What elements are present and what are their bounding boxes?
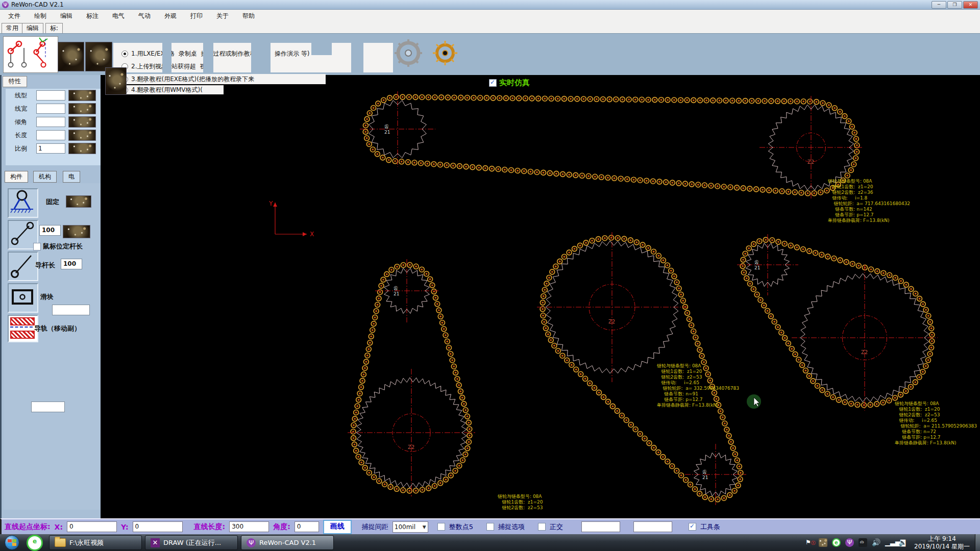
properties-box: 线型线宽倾角长度比例1	[6, 89, 101, 165]
toolbar-button-strip[interactable]	[311, 43, 332, 55]
toolbar-checkbox[interactable]	[689, 523, 696, 531]
menu-item-1[interactable]: 绘制	[34, 12, 46, 20]
realtime-simulation-toggle[interactable]: 实时仿真	[489, 78, 530, 88]
volume-icon[interactable]: 🔉	[898, 538, 907, 547]
record-option-1-label: 1.用LXE/EXE格 录制桌 操作过程或制作教程(包括 操作演示 等)	[131, 49, 309, 58]
clock-date: 2019/10/14 星期一	[914, 543, 970, 550]
mouse-fix-checkbox[interactable]	[33, 243, 41, 251]
property-value-input[interactable]: 1	[36, 143, 65, 154]
tab-electric[interactable]: 电	[63, 171, 80, 183]
menu-item-7[interactable]: 打印	[190, 12, 203, 20]
drawing-canvas[interactable]: 齿21Z2齿21Z2齿21Z2齿21Z2YX 实时仿真 链轮与链条型号: 08A…	[101, 75, 980, 518]
red-speaker-icon[interactable]: 🔊	[872, 538, 880, 547]
show-desktop-button[interactable]	[975, 534, 980, 551]
rewon-tray-icon[interactable]: Ψ	[845, 538, 854, 547]
tab-properties[interactable]: 特性	[3, 76, 27, 87]
taskbar-clock[interactable]: 上午 9:14 2019/10/14 星期一	[914, 535, 970, 550]
menu-item-4[interactable]: 电气	[112, 12, 125, 20]
action-center-icon[interactable]: ⚑ⓧ	[805, 538, 814, 547]
menu-item-9[interactable]: 帮助	[242, 12, 255, 20]
x-input[interactable]: 0	[67, 521, 117, 532]
property-swatch[interactable]	[68, 143, 96, 154]
property-swatch[interactable]	[68, 103, 96, 114]
browser-tray-icon[interactable]: e	[832, 538, 841, 547]
ribbon-tab-row: 常用 编辑 标:	[0, 22, 980, 33]
property-swatch[interactable]	[68, 116, 96, 128]
toolbar-button-strip[interactable]	[251, 43, 271, 72]
chain-sprocket-button[interactable]	[432, 40, 458, 68]
property-value-input[interactable]	[36, 104, 65, 114]
tab-mechanism[interactable]: 机构	[33, 171, 57, 183]
gear-pair-button[interactable]	[393, 38, 427, 71]
snap-spacing-dropdown[interactable]: 100mil ▼	[393, 521, 428, 533]
slider-input[interactable]	[52, 305, 90, 315]
close-button[interactable]: ✕	[963, 1, 978, 9]
property-value-input[interactable]	[36, 130, 65, 140]
taskbar-button-label: ReWon-CAD V2.1	[259, 539, 316, 546]
slider-button[interactable]	[8, 283, 38, 313]
extra-input-1[interactable]	[581, 521, 620, 532]
length-input[interactable]: 300	[229, 521, 269, 532]
mouse-fix-label: 鼠标位定杆长	[43, 242, 83, 251]
toolbar-button-strip[interactable]	[162, 43, 172, 72]
property-value-input[interactable]	[36, 90, 65, 101]
property-label: 线宽	[15, 105, 33, 113]
rail-button[interactable]	[8, 315, 38, 342]
toolbar-button-strip[interactable]	[351, 43, 363, 72]
linkage-tool-panel[interactable]	[3, 36, 58, 73]
menu-item-5[interactable]: 气动	[138, 12, 151, 20]
tab-common[interactable]: 常用	[2, 23, 23, 33]
video-thumbnail-1[interactable]	[58, 42, 84, 71]
minimize-button[interactable]: ─	[932, 1, 946, 9]
extra-input-2[interactable]	[633, 521, 672, 532]
tab-annotate[interactable]: 标:	[45, 23, 63, 33]
menu-item-0[interactable]: 文件	[8, 12, 20, 20]
taskbar-button-1[interactable]: ✕DRAW (正在运行...	[145, 535, 238, 550]
taskbar-button-0[interactable]: F:\永旺视频	[49, 535, 142, 550]
chain-annotation: 链轮与链条型号: 08A 链轮1齿数: z1=20 链轮2齿数: z2=36 链…	[828, 179, 910, 223]
signal-bars-icon[interactable]: ▁▃▅▇	[885, 538, 894, 547]
panel-bottom-input[interactable]	[31, 402, 65, 412]
rod-length-input[interactable]: 100	[61, 259, 82, 269]
menu-item-2[interactable]: 编辑	[60, 12, 72, 20]
program-tray-icon[interactable]	[819, 538, 827, 547]
record-option-4[interactable]: 4.翻录教程(用WMV格式)(	[113, 85, 224, 94]
angle-input[interactable]: 0	[295, 521, 319, 532]
toolbar-button-strip[interactable]	[203, 43, 213, 72]
svg-text:21: 21	[754, 265, 760, 270]
tab-component[interactable]: 构件	[5, 171, 28, 183]
property-swatch[interactable]	[68, 130, 96, 141]
wifi-icon[interactable]: ᯅ	[859, 538, 867, 547]
taskbar-button-2[interactable]: ΨReWon-CAD V2.1	[241, 535, 334, 550]
link-swatch[interactable]	[63, 225, 90, 238]
status-bar: 直线起点坐标: X: 0 Y: 0 直线长度: 300 角度: 0 画线 捕捉间…	[0, 518, 980, 534]
draw-line-button[interactable]: 画线	[323, 520, 352, 534]
browser-icon[interactable]: e	[27, 535, 43, 551]
tab-edit[interactable]: 编辑	[22, 23, 43, 33]
linkage-icon	[4, 37, 57, 71]
fixed-joint-button[interactable]	[8, 188, 38, 218]
ortho-checkbox[interactable]	[538, 523, 546, 531]
integer-point-checkbox[interactable]	[437, 523, 445, 531]
menu-item-6[interactable]: 外观	[164, 12, 177, 20]
guide-rod-button[interactable]	[8, 252, 38, 281]
snap-options-checkbox[interactable]	[486, 523, 494, 531]
menu-item-8[interactable]: 关于	[216, 12, 229, 20]
property-swatch[interactable]	[68, 90, 96, 101]
maximize-button[interactable]: ❐	[947, 1, 962, 9]
radio-icon[interactable]	[121, 51, 128, 57]
fixed-joint-icon	[9, 189, 35, 215]
chevron-down-icon: ▼	[423, 524, 426, 530]
length-label: 直线长度:	[194, 522, 226, 532]
y-input[interactable]: 0	[133, 521, 183, 532]
property-value-input[interactable]	[36, 117, 65, 127]
start-button[interactable]	[5, 535, 19, 550]
menu-item-3[interactable]: 标注	[86, 12, 99, 20]
svg-text:X: X	[310, 231, 314, 238]
fixed-swatch[interactable]	[66, 195, 91, 208]
video-thumbnail-3[interactable]	[105, 67, 127, 95]
realtime-simulation-checkbox[interactable]	[489, 79, 497, 87]
svg-text:齿: 齿	[754, 260, 759, 265]
link-length-input[interactable]: 100	[39, 225, 61, 236]
record-option-3[interactable]: 3.翻录教程(用EXE格式)(把播放的教程录下来	[113, 74, 326, 84]
